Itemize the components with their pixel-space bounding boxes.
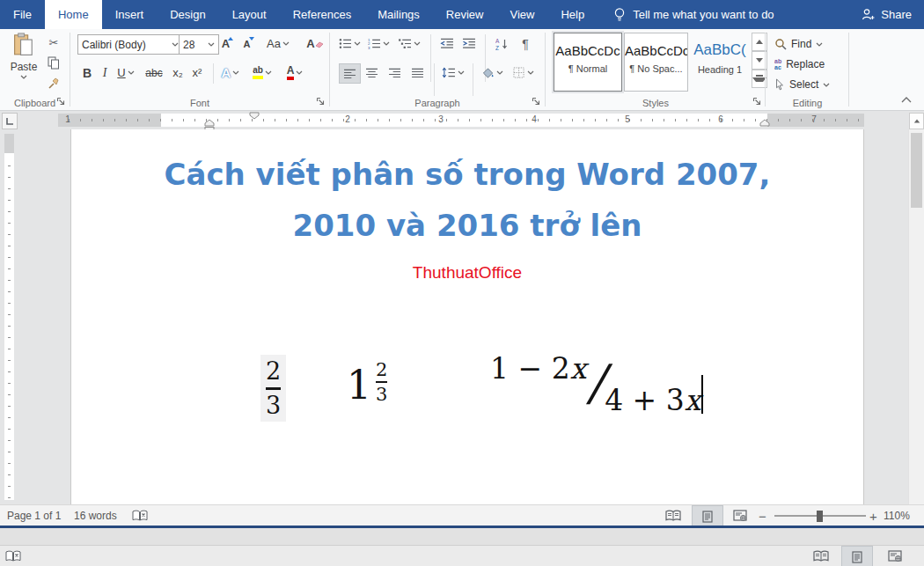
read-mode-button[interactable] (658, 505, 688, 526)
tab-file[interactable]: File (0, 0, 45, 29)
numbering-button[interactable]: 123 (366, 34, 391, 53)
tab-mailings[interactable]: Mailings (364, 0, 433, 29)
subscript-button[interactable]: x₂ (169, 63, 187, 82)
paint-bucket-icon (481, 67, 495, 79)
align-right-button[interactable] (385, 63, 405, 82)
find-icon (774, 38, 787, 50)
collapse-ribbon-button[interactable] (901, 97, 912, 103)
shading-button[interactable] (478, 63, 506, 82)
chevron-down-icon (823, 83, 830, 87)
read-mode-button[interactable] (806, 546, 836, 566)
editing-group: Find ab ac Replace Select Editing (766, 29, 849, 110)
italic-button[interactable]: I (98, 63, 112, 82)
proofing-status-button[interactable] (5, 546, 21, 566)
paste-button[interactable]: Paste (6, 33, 41, 101)
style-heading-1[interactable]: AaBbC( Heading 1 (689, 33, 751, 92)
scrollbar-thumb[interactable] (911, 133, 922, 208)
superscript-button[interactable]: x² (188, 63, 206, 82)
sort-button[interactable]: A Z (491, 34, 512, 53)
clear-formatting-button[interactable]: A (304, 34, 326, 53)
svg-text:3: 3 (368, 46, 370, 49)
tab-design[interactable]: Design (157, 0, 218, 29)
tab-selector[interactable] (2, 113, 18, 129)
shrink-font-button[interactable]: A (238, 34, 256, 53)
web-layout-icon (733, 510, 747, 522)
font-color-button[interactable]: A (282, 63, 308, 82)
right-indent-marker[interactable] (759, 119, 770, 127)
cut-button[interactable]: ✂ (44, 33, 63, 52)
find-button[interactable]: Find (774, 35, 823, 53)
zoom-percent[interactable]: 110% (884, 505, 910, 526)
proofing-status-button[interactable] (132, 505, 148, 526)
change-case-button[interactable]: Aa (264, 34, 292, 53)
bullets-button[interactable] (337, 34, 362, 53)
select-button[interactable]: Select (774, 76, 830, 93)
zoom-slider-thumb[interactable] (817, 511, 823, 522)
tab-view[interactable]: View (496, 0, 547, 29)
word-count[interactable]: 16 words (74, 505, 117, 526)
share-person-icon (862, 8, 876, 21)
multilevel-list-icon (399, 38, 412, 49)
title-line-2[interactable]: 2010 và 2016 trở lên (71, 200, 863, 251)
proofing-icon (132, 510, 148, 522)
zoom-out-button[interactable]: − (759, 505, 766, 526)
replace-button[interactable]: ab ac Replace (774, 55, 825, 73)
first-line-indent-marker[interactable] (249, 112, 260, 120)
equation-mixed-number[interactable]: 1 2 3 (347, 360, 387, 404)
tell-me-box[interactable]: Tell me what you want to do (613, 0, 774, 29)
tab-help[interactable]: Help (547, 0, 598, 29)
borders-button[interactable] (510, 63, 538, 82)
title-line-1[interactable]: Cách viết phân số trong Word 2007, (71, 149, 863, 200)
horizontal-ruler[interactable]: 1 2 3 4 5 6 7 (58, 114, 864, 127)
share-button[interactable]: Share (862, 0, 912, 29)
vertical-scrollbar[interactable] (908, 129, 924, 504)
styles-group-label: Styles (546, 98, 766, 108)
highlight-color-button[interactable]: ab (248, 63, 276, 82)
paste-label: Paste (11, 61, 38, 73)
text-effects-button[interactable]: A (218, 63, 243, 82)
font-size-combobox[interactable]: 28 (179, 34, 219, 55)
format-painter-button[interactable] (44, 74, 63, 92)
copy-button[interactable] (44, 54, 63, 72)
document-title[interactable]: Cách viết phân số trong Word 2007, 2010 … (71, 149, 863, 251)
strikethrough-button[interactable]: abc (143, 63, 165, 82)
document-page[interactable]: Cách viết phân số trong Word 2007, 2010 … (70, 129, 864, 504)
align-left-button[interactable] (339, 63, 361, 84)
format-painter-icon (48, 77, 60, 90)
tab-insert[interactable]: Insert (102, 0, 158, 29)
line-spacing-button[interactable] (439, 63, 467, 82)
page-count[interactable]: Page 1 of 1 (7, 505, 61, 526)
zoom-in-button[interactable]: + (869, 505, 877, 526)
tab-home[interactable]: Home (45, 0, 102, 29)
underline-button[interactable]: U (114, 63, 137, 82)
justify-button[interactable] (407, 63, 428, 82)
ruler-number: 7 (811, 114, 817, 124)
tab-review[interactable]: Review (433, 0, 497, 29)
chevron-down-icon (20, 75, 27, 79)
equation-skewed-fraction[interactable]: 1 − 2x/4 + 3x (490, 351, 703, 417)
font-size-value: 28 (183, 39, 194, 51)
font-name-combobox[interactable]: Calibri (Body) (77, 34, 183, 55)
tab-references[interactable]: References (280, 0, 364, 29)
grow-font-button[interactable]: A (216, 34, 235, 53)
tab-layout[interactable]: Layout (219, 0, 280, 29)
sort-a-glyph: A (495, 38, 500, 44)
web-layout-icon (888, 550, 902, 562)
show-paragraph-marks-button[interactable]: ¶ (517, 34, 534, 53)
style-normal[interactable]: AaBbCcDc ¶ Normal (554, 33, 622, 92)
web-layout-button[interactable] (725, 505, 755, 526)
vertical-ruler[interactable] (4, 134, 14, 500)
scroll-up-button[interactable] (909, 113, 924, 129)
read-mode-icon (813, 550, 829, 562)
web-layout-button[interactable] (880, 546, 910, 566)
style-no-spacing[interactable]: AaBbCcDc ¶ No Spac... (624, 33, 688, 92)
status-bar: Page 1 of 1 16 words − + 110% (0, 504, 924, 526)
align-center-button[interactable] (362, 63, 382, 82)
decrease-indent-button[interactable] (437, 34, 457, 53)
equation-simple-fraction[interactable]: 2 3 (260, 355, 286, 422)
document-subtitle[interactable]: ThuthuatOffice (71, 263, 863, 283)
print-layout-button[interactable] (841, 546, 873, 566)
increase-indent-button[interactable] (459, 34, 479, 53)
multilevel-list-button[interactable] (396, 34, 422, 53)
bold-button[interactable]: B (79, 63, 95, 82)
